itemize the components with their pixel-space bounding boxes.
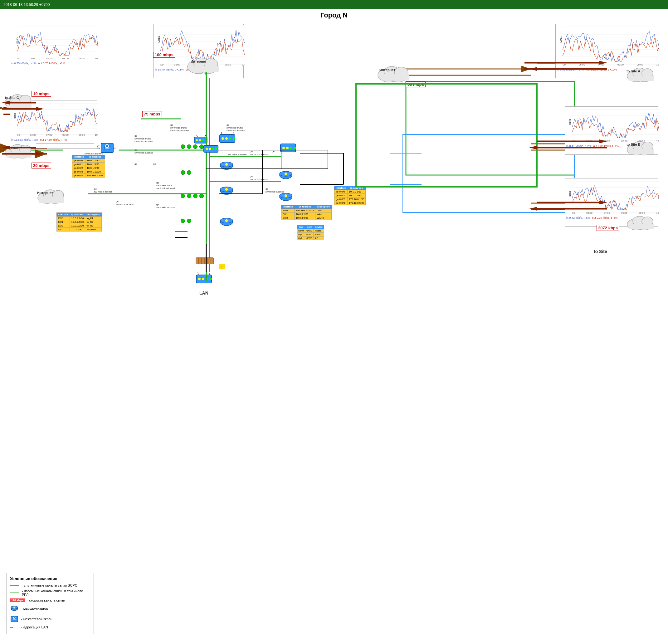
bw-label-moskva: 20 mbps	[31, 163, 51, 168]
legend-line-ground	[10, 593, 19, 593]
svg-point-67	[199, 139, 201, 141]
svg-point-68	[202, 139, 204, 141]
network-node-1	[181, 144, 185, 149]
svg-point-134	[293, 147, 296, 149]
network-node-4	[199, 144, 204, 149]
main-container: 2018-06-13 13:58:29 +0700 Город N	[0, 0, 668, 644]
svg-point-132	[286, 147, 289, 149]
legend-item-ground: - наземные каналы связи, в том числе РРЛ	[10, 589, 90, 597]
chart-mid-left-legend-out: out 17.80 kbit/s, t -7%	[40, 138, 67, 141]
svg-point-169	[209, 278, 212, 280]
cloud-moskva: Москва	[2, 141, 36, 159]
table-interface-4: Interfaceip addressdescription E0/0192.1…	[281, 205, 332, 220]
chart-mid-right-top-legend-out: out 0.38 kbit/s, t -1%	[593, 144, 619, 148]
svg-point-73	[209, 148, 211, 150]
svg-marker-93	[36, 152, 44, 156]
legend-lan-dash: —	[10, 625, 19, 629]
svg-point-154	[285, 194, 287, 197]
svg-point-131	[282, 147, 285, 149]
chart-top-right-legend-in: in 6.95 MBit/s, t +57%	[557, 68, 584, 71]
chart-top-right-ylabel: MBit/s	[560, 35, 563, 43]
chart-top-left: MBit/s in 0.75 MBit/s, t -1% out 0.70 MB…	[10, 24, 97, 72]
table-interface-3: Interfaceip address ge-0/0/010.1.1.1/30 …	[334, 186, 366, 205]
router-center-4	[278, 190, 293, 204]
svg-line-70	[197, 135, 197, 137]
svg-point-133	[290, 147, 292, 149]
lan-address-label: г	[219, 264, 225, 269]
network-node-11	[181, 219, 185, 223]
bw-label-50: 50 mbps	[406, 81, 426, 87]
cloud-internet-top: Интернет	[184, 53, 225, 75]
svg-point-167	[202, 278, 204, 280]
svg-point-150	[225, 188, 228, 190]
svg-line-170	[198, 272, 198, 275]
svg-rect-34	[381, 74, 409, 80]
sw-label-17: gesw mode access	[156, 203, 175, 209]
cloud-internet-left: Интернет	[35, 186, 69, 205]
svg-point-146	[285, 172, 287, 175]
network-node-10	[199, 194, 204, 198]
legend-text-router: - маршрутизатор	[21, 607, 48, 610]
sw-label-4: gesw mode trunksw trunk allowed	[227, 124, 245, 132]
legend-line-satellite	[10, 585, 19, 586]
svg-rect-39	[6, 102, 31, 108]
network-node-2	[187, 144, 191, 149]
svg-marker-107	[529, 207, 537, 211]
cloud-site-b-upper: to Site B	[624, 138, 658, 156]
network-node-6	[187, 170, 191, 175]
legend-text-satellite: - спутниковые каналы связи SCPC	[22, 583, 77, 587]
to-site-label: to Site	[594, 249, 607, 254]
svg-rect-59	[629, 149, 654, 154]
svg-point-175	[13, 607, 15, 609]
chart-top-left-legend: in 0.75 MBit/s, t -1% out 0.70 MBit/s, t…	[11, 62, 95, 65]
legend-router-icon	[10, 604, 19, 613]
svg-rect-18	[403, 135, 574, 213]
svg-rect-95	[356, 84, 537, 187]
legend-text-ground: - наземные каналы связи, в том числе РРЛ	[22, 589, 90, 597]
chart-mid-left-ylabel: kbit/s	[13, 113, 16, 119]
legend-text-firewall: - межсетевой экран	[21, 617, 52, 621]
svg-point-168	[206, 278, 208, 280]
firewall-1	[100, 142, 114, 155]
lan-label: LAN	[199, 291, 209, 295]
svg-point-125	[225, 137, 228, 140]
sw-label-11: gesw mode trunksw trunk allowed	[156, 181, 175, 190]
chart-mid-right-top-legend-in: in 0.41 MBit/s, t -2%	[566, 144, 592, 148]
cloud-3072	[624, 213, 658, 231]
chart-mid-right-top-ylabel: kbit/s	[568, 119, 571, 125]
network-node-8	[187, 194, 191, 198]
svg-point-126	[229, 137, 231, 140]
chart-top-right-legend-out: out 11.03 MBit/s, t +12%	[586, 68, 617, 71]
router-center-2	[278, 169, 293, 182]
sw-label-14: ge	[272, 150, 275, 153]
svg-line-171	[209, 272, 210, 275]
svg-point-74	[212, 148, 214, 150]
svg-rect-6	[406, 81, 574, 175]
router-main-right	[279, 141, 297, 155]
bw-label-75: 75 mbps	[142, 111, 162, 117]
legend-firewall-icon	[10, 615, 19, 624]
chart-mid-right-bottom-ylabel: kbit/s	[568, 190, 571, 197]
table-interface-2: Interfaceip addressdescription E0/010.0.…	[57, 213, 102, 231]
network-diagram-svg	[0, 0, 668, 644]
bw-label-internet-top: 100 mbps	[153, 52, 175, 58]
legend-text-bw: - скорость канала связи	[27, 598, 65, 602]
router-main-left	[219, 132, 236, 146]
chart-mid-right-bottom-legend-out: out 0.37 kbit/s, t -3%	[592, 216, 618, 219]
svg-point-142	[225, 163, 228, 166]
cloud-site-a: to Site A	[624, 64, 658, 83]
network-node-3	[193, 144, 197, 149]
network-node-5	[181, 170, 185, 175]
svg-rect-29	[191, 66, 219, 72]
window-title: 2018-06-13 13:58:29 +0700	[3, 2, 50, 7]
switch-lan	[195, 256, 214, 266]
sw-label-8: ge	[153, 163, 156, 165]
legend-bw-box: 128 kbps	[10, 598, 25, 602]
chart-top-left-legend-in: in 0.75 MBit/s, t -1%	[11, 62, 36, 65]
legend-box: Условные обозначения - спутниковые канал…	[6, 573, 94, 634]
legend-title: Условные обозначения	[10, 576, 90, 581]
legend-item-router: - маршрутизатор	[10, 604, 90, 613]
sw-label-10: gesw mode access	[116, 200, 134, 205]
sw-label-2: gesw mode trunksw trunk allowed	[135, 135, 153, 143]
svg-point-124	[222, 137, 224, 140]
